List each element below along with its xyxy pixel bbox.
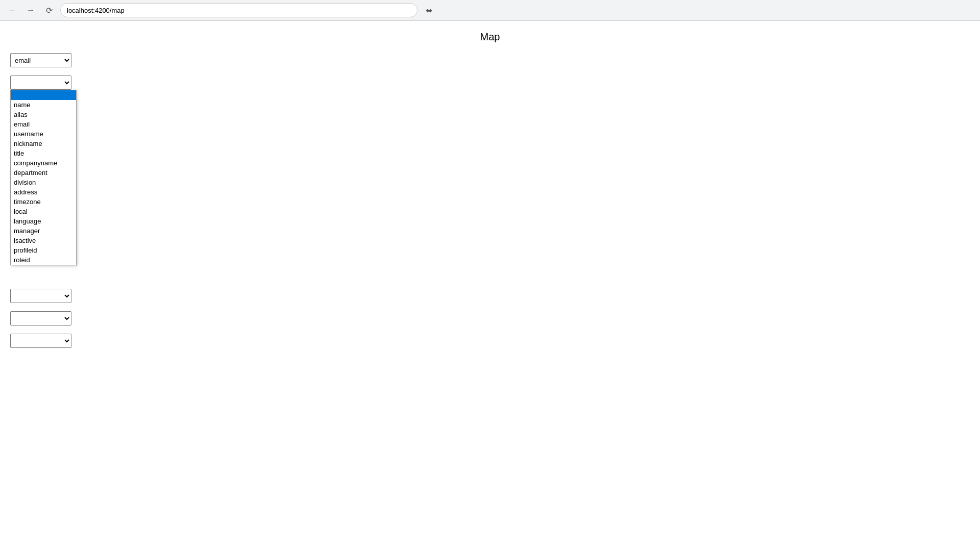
dropdown2-option-manager[interactable]: manager [11,226,76,236]
dropdown2-option-division[interactable]: division [11,178,76,187]
dropdown2-option-title[interactable]: title [11,148,76,158]
dropdown2-option-username[interactable]: username [11,129,76,139]
dropdown2-select[interactable]: name alias email username nickname title… [10,76,71,90]
dropdown3-wrapper: name alias email username [10,289,970,303]
dropdown2-option-roleid[interactable]: roleid [11,255,76,265]
dropdown4-select[interactable]: name alias email username [10,311,71,325]
share-button[interactable]: ⬌ [422,3,436,17]
dropdown2-option-alias[interactable]: alias [11,110,76,119]
dropdown2-option-language[interactable]: language [11,216,76,226]
dropdown4-wrapper: name alias email username [10,311,970,325]
back-button[interactable]: ← [5,3,19,17]
dropdown5-select[interactable]: name alias email username [10,334,71,348]
dropdown2-option-empty[interactable] [11,90,76,100]
reload-button[interactable]: ⟳ [42,3,56,17]
dropdown3-select[interactable]: name alias email username [10,289,71,303]
dropdown2-option-isactive[interactable]: isactive [11,236,76,245]
dropdown2-option-profileid[interactable]: profileid [11,245,76,255]
page-content: Map email name alias username nickname t… [0,21,980,366]
dropdown1-wrapper: email name alias username nickname title… [10,53,970,67]
forward-button[interactable]: → [23,3,38,17]
dropdown2-wrapper: name alias email username nickname title… [10,76,970,90]
dropdown2-option-nickname[interactable]: nickname [11,139,76,148]
dropdown1-select[interactable]: email name alias username nickname title… [10,53,71,67]
dropdown2-listbox[interactable]: name alias email username nickname title… [10,90,77,265]
dropdown2-option-email[interactable]: email [11,119,76,129]
dropdown5-wrapper: name alias email username [10,334,970,348]
dropdown2-option-companyname[interactable]: companyname [11,158,76,168]
address-bar[interactable] [60,3,418,17]
dropdown2-option-address[interactable]: address [11,187,76,197]
dropdown2-option-name[interactable]: name [11,100,76,110]
dropdown2-option-timezone[interactable]: timezone [11,197,76,207]
browser-toolbar: ← → ⟳ ⬌ [0,0,980,20]
browser-chrome: ← → ⟳ ⬌ [0,0,980,21]
page-title: Map [10,31,970,43]
dropdown2-option-department[interactable]: department [11,168,76,178]
dropdown2-option-local[interactable]: local [11,207,76,216]
